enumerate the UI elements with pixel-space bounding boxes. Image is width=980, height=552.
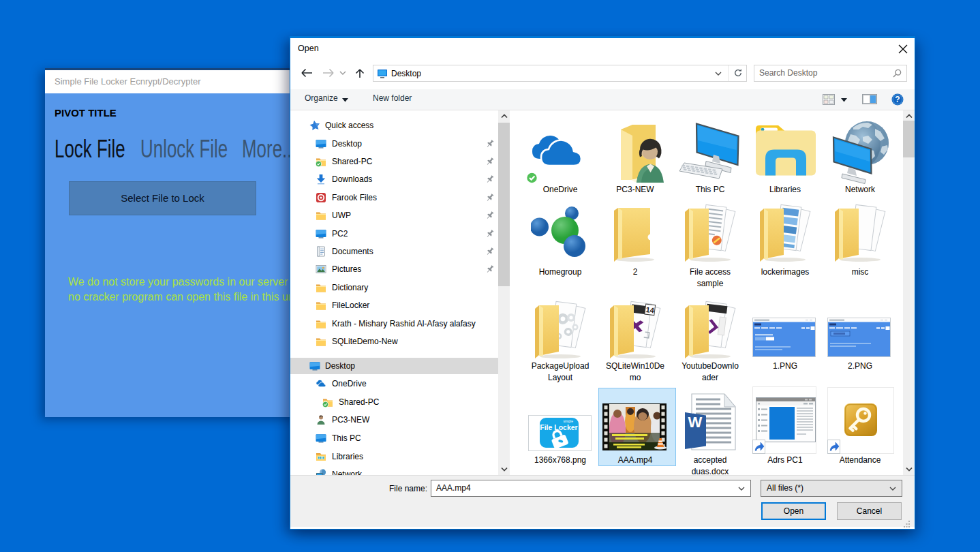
svg-text:W: W xyxy=(688,414,703,431)
svg-text:14: 14 xyxy=(645,305,655,315)
svg-text:simple: simple xyxy=(564,419,574,423)
svg-text:File Locker: File Locker xyxy=(540,423,577,431)
svg-text:?: ? xyxy=(895,95,900,104)
